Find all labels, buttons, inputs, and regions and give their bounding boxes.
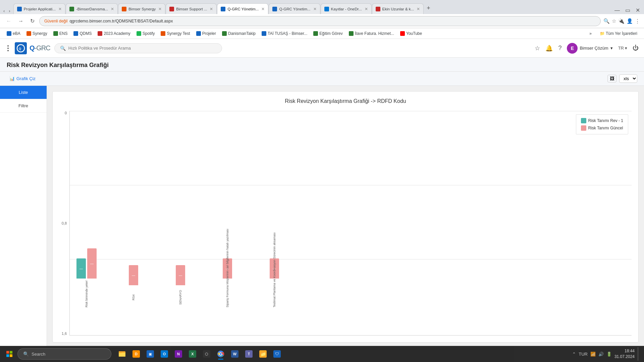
lang-btn[interactable]: TR ▾ [618, 46, 627, 51]
extension-btn[interactable]: 🔌 [618, 18, 625, 24]
tab-5[interactable]: Q-GRC Yönetim... ✕ [217, 3, 268, 14]
star-btn[interactable]: ☆ [535, 45, 540, 52]
taskbar-files-btn[interactable]: 📁 [256, 347, 270, 361]
bookmark-academy[interactable]: 2023 Academy [95, 30, 133, 37]
back-btn[interactable]: ← [4, 17, 13, 25]
image-icon: 🖼 [610, 76, 614, 81]
bookmark-star-btn[interactable]: ☆ [612, 18, 616, 24]
refresh-btn[interactable]: ↻ [28, 16, 37, 25]
bookmark-ens[interactable]: ENS [51, 30, 70, 37]
bookmark-synergy-test[interactable]: Synergy Test [158, 30, 193, 37]
taskbar-app2-btn[interactable]: D [129, 347, 143, 361]
bar-5-label: Teslimat Planlama ve Koordinasyon Süreci… [273, 281, 276, 307]
app-search[interactable]: 🔍 [54, 43, 222, 53]
tab-6-close[interactable]: ✕ [313, 7, 317, 11]
chart-title: Risk Revizyon Karşılaştırma Grafiği -> R… [285, 98, 406, 104]
svg-rect-2 [6, 351, 9, 354]
tab-6[interactable]: Q-GRC Yönetim... ✕ [269, 3, 320, 14]
tab-back-btn[interactable]: ‹ [2, 8, 6, 14]
bookmark-youtube[interactable]: YouTube [397, 30, 425, 37]
new-tab-btn[interactable]: + [424, 5, 433, 12]
date-display: 31.07.2024 [614, 354, 635, 360]
tab-7[interactable]: Kayıtlar - OneDr... ✕ [321, 3, 372, 14]
chevron-up-icon[interactable]: ⌃ [572, 352, 576, 357]
bar-1-guncel: — [87, 248, 97, 279]
tab-8[interactable]: Ekin Uzunlar & k... ✕ [372, 3, 424, 14]
user-name: Bimser Çözüm [580, 46, 608, 51]
profile-btn[interactable]: 👤 [627, 18, 633, 24]
bookmark-ilave[interactable]: İlave Fatura. Hizmet... [346, 30, 397, 37]
search-icon-btn[interactable]: 🔍 [603, 18, 610, 24]
y-label-top: 1,6 [59, 331, 67, 336]
tab-3[interactable]: Bimser Synergy ✕ [118, 3, 165, 14]
legend-color-rev [581, 118, 586, 123]
help-btn[interactable]: ? [558, 45, 561, 52]
bar-3-label-container: SENARYO [170, 287, 191, 308]
bar-1-rev: — [76, 258, 86, 279]
notification-btn[interactable]: 🔔 [545, 45, 553, 52]
start-btn[interactable] [3, 347, 16, 361]
bar-1-label-container: Risk biriminde yeterli sayıda personel o… [76, 281, 97, 308]
search-input[interactable] [68, 46, 216, 51]
taskbar-onenote-btn[interactable]: N [172, 347, 185, 361]
taskbar-app4-btn[interactable]: ⬡ [200, 347, 213, 361]
svg-point-12 [220, 353, 222, 355]
bookmark-eba[interactable]: eBA [4, 30, 23, 37]
taskbar-outlook-btn[interactable]: O [158, 347, 171, 361]
tab-7-close[interactable]: ✕ [365, 7, 368, 11]
taskbar-excel-btn[interactable]: X [186, 347, 199, 361]
bar-4-label: Sipariş Formuna Müşterinin cari bilgiler… [226, 281, 229, 307]
bookmark-qdms[interactable]: QDMS [71, 30, 94, 37]
export-image-btn[interactable]: 🖼 [607, 75, 616, 82]
svg-rect-4 [6, 354, 9, 357]
bookmarks-folder-btn[interactable]: 📁 Tüm Yer İşaretleri [597, 30, 640, 37]
address-input[interactable]: Güvenli değil qgrcdemo.bimser.com.tr/QDM… [39, 16, 601, 26]
bookmark-tai[interactable]: TAİ TUSAŞ - Bimser... [259, 30, 310, 37]
tab-forward-btn[interactable]: › [7, 8, 11, 14]
tab-2[interactable]: -BimserDanısma... ✕ [66, 3, 118, 14]
sidebar-filtre-btn[interactable]: Filtre [0, 99, 47, 113]
taskbar-right: ⌃ TUR 📶 🔊 🔋 18:44 31.07.2024 [572, 347, 641, 361]
search-icon: 🔍 [60, 46, 66, 51]
taskbar-word-btn[interactable]: W [228, 347, 241, 361]
tab-1-close[interactable]: ✕ [58, 7, 62, 11]
bookmark-egitim[interactable]: Eğitim Görev [311, 30, 345, 37]
bookmark-danisman[interactable]: DanismanTakip [219, 30, 258, 37]
restore-btn[interactable]: ▭ [623, 6, 632, 14]
show-desktop-btn[interactable] [637, 347, 639, 361]
user-btn[interactable]: E Bimser Çözüm ▾ [567, 43, 612, 54]
bookmark-spotify[interactable]: Spotify [134, 30, 158, 37]
taskbar-search[interactable]: 🔍 Search [17, 348, 111, 360]
minimize-btn[interactable]: — [612, 7, 622, 14]
taskbar-shield-btn[interactable]: 🛡 [270, 347, 284, 361]
taskbar-chrome-btn[interactable] [214, 347, 227, 361]
forward-btn[interactable]: → [16, 17, 25, 25]
bar-group-5: — Teslimat Planlama ve Koordinasyon Süre… [264, 258, 284, 308]
sidebar-liste-btn[interactable]: Liste [0, 86, 47, 99]
close-window-btn[interactable]: ✕ [634, 6, 642, 14]
tab-8-close[interactable]: ✕ [417, 7, 420, 11]
taskbar-teams-btn[interactable]: T [242, 347, 256, 361]
url-text: qgrcdemo.bimser.com.tr/QDMSNET/BSAT/Defa… [69, 19, 596, 23]
not-secure-label: Güvenli değil [44, 19, 67, 23]
app-menu-btn[interactable] [5, 43, 11, 53]
tab-4-close[interactable]: ✕ [210, 7, 213, 11]
bookmark-synergy[interactable]: Synergy [24, 30, 50, 37]
chart-area: Risk Revizyon Karşılaştırma Grafiği -> R… [47, 86, 644, 348]
grafik-ciz-btn[interactable]: 📊 Grafik Çiz [7, 75, 38, 82]
legend-item-guncel: Risk Tanımı Güncel [581, 125, 623, 131]
more-btn[interactable]: ⋮ [635, 18, 640, 24]
tab-3-close[interactable]: ✕ [158, 7, 162, 11]
bookmark-projeler[interactable]: Projeler [194, 30, 219, 37]
export-format-select[interactable]: xls [619, 74, 637, 83]
bar-2-label-container: RS4 [123, 287, 144, 308]
tab-4[interactable]: Bimser Support ... ✕ [166, 3, 217, 14]
power-btn[interactable]: ⏻ [633, 45, 639, 52]
tab-5-close[interactable]: ✕ [261, 7, 265, 11]
taskbar-explorer-btn[interactable] [115, 347, 129, 361]
tab-1[interactable]: Projeler Applicati... ✕ [13, 3, 65, 14]
app-header-right: ☆ 🔔 ? E Bimser Çözüm ▾ TR ▾ ⏻ [535, 43, 639, 54]
taskbar-app3-btn[interactable]: ▣ [144, 347, 157, 361]
bookmarks-more-btn[interactable]: » [587, 30, 594, 37]
tab-2-close[interactable]: ✕ [111, 7, 114, 11]
